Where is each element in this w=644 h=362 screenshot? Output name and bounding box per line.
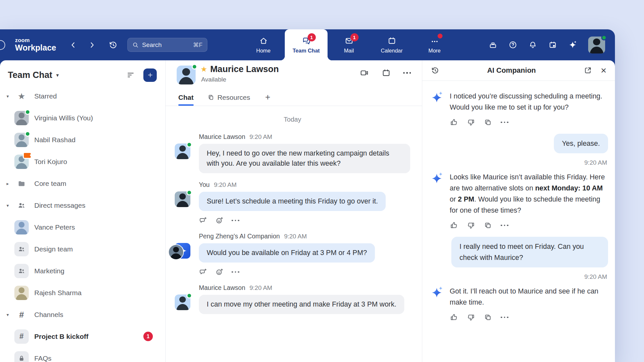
- copy-icon[interactable]: [484, 118, 492, 127]
- thumbs-up-icon[interactable]: [450, 221, 458, 230]
- sidebar-item-virginia-willis[interactable]: Virginia Willis (You): [0, 107, 165, 129]
- schedule-meeting-icon[interactable]: [381, 68, 391, 78]
- nav-tab-calendar[interactable]: Calendar: [370, 29, 413, 60]
- forward-chevron-icon[interactable]: [88, 40, 97, 50]
- open-in-window-icon[interactable]: [584, 66, 592, 75]
- search-input[interactable]: [142, 41, 190, 49]
- in-meeting-camera-icon: [23, 152, 32, 159]
- help-icon[interactable]: [508, 40, 517, 49]
- add-reaction-icon[interactable]: [215, 268, 224, 276]
- tab-chat[interactable]: Chat: [178, 89, 194, 106]
- nav-tab-home[interactable]: Home: [242, 29, 285, 60]
- thumbs-up-icon[interactable]: [450, 313, 458, 322]
- sidebar-folder-core-team[interactable]: ▸ Core team: [0, 173, 165, 194]
- caret-down-icon[interactable]: ▾: [7, 203, 14, 208]
- nav-tab-mail[interactable]: 1 Mail: [328, 29, 370, 60]
- add-reaction-icon[interactable]: [215, 216, 224, 225]
- sidebar-title[interactable]: Team Chat: [8, 70, 52, 80]
- sidebar-item-rajesh-sharma[interactable]: Rajesh Sharma: [0, 282, 165, 304]
- more-actions-icon[interactable]: [501, 313, 508, 322]
- nav-tab-team-chat[interactable]: 1 Team Chat: [285, 29, 328, 60]
- nav-label: Calendar: [381, 48, 403, 54]
- nav-label: Home: [256, 48, 270, 54]
- message-list: Today Maurice Lawson9:20 AM Hey, I need …: [166, 106, 422, 362]
- content-area: Team Chat ▾ ▾ ★ Starred Virginia Willis …: [0, 60, 615, 362]
- presence-online-icon: [25, 131, 30, 137]
- history-icon[interactable]: [108, 40, 118, 50]
- sidebar-channel-faqs[interactable]: FAQs: [0, 347, 165, 362]
- peer-status: Available: [201, 76, 226, 83]
- chevron-down-icon[interactable]: ▾: [56, 72, 59, 78]
- search-shortcut: ⌘F: [193, 41, 202, 49]
- tab-resources[interactable]: Resources: [207, 89, 250, 106]
- search-input-wrap[interactable]: ⌘F: [127, 38, 207, 52]
- more-options-icon[interactable]: [403, 72, 411, 74]
- avatar: [14, 286, 29, 300]
- caret-right-icon[interactable]: ▸: [7, 181, 14, 186]
- thumbs-up-icon[interactable]: [450, 118, 458, 127]
- connect-device-icon[interactable]: [489, 40, 497, 49]
- avatar: [14, 155, 29, 169]
- sidebar-channel-project-b-kickoff[interactable]: # Project B kickoff 1: [0, 325, 165, 347]
- sidebar-item-nabil-rashad[interactable]: Nabil Rashad: [0, 129, 165, 151]
- sender-avatar[interactable]: [175, 294, 190, 310]
- caret-down-icon[interactable]: ▾: [7, 94, 14, 99]
- copy-icon[interactable]: [484, 221, 492, 230]
- hash-icon: #: [19, 310, 24, 319]
- sidebar-section-direct-messages[interactable]: ▾ Direct messages: [0, 194, 165, 216]
- ai-message-text: Looks like Maurice isn’t available this …: [450, 172, 608, 216]
- more-actions-icon[interactable]: [232, 216, 239, 225]
- more-actions-icon[interactable]: [501, 221, 508, 230]
- peer-avatar[interactable]: [177, 66, 196, 84]
- logo-line1: zoom: [15, 38, 56, 43]
- ai-panel-header: AI Companion ×: [422, 60, 615, 81]
- tab-label: Resources: [217, 94, 250, 101]
- ai-message-text: I noticed you’re discussing scheduling a…: [450, 91, 608, 113]
- history-icon[interactable]: [431, 66, 439, 75]
- ai-message: Got it. I’ll reach out to Maurice and se…: [431, 286, 608, 308]
- home-icon: [259, 36, 268, 45]
- more-actions-icon[interactable]: [232, 268, 239, 276]
- ai-companion-sparkle-icon[interactable]: [568, 40, 577, 49]
- ai-companion-avatar[interactable]: [175, 243, 190, 259]
- nav-tab-more[interactable]: More: [413, 29, 456, 60]
- thumbs-down-icon[interactable]: [467, 118, 475, 127]
- back-chevron-icon[interactable]: [69, 40, 78, 50]
- sidebar-item-tori-kojuro[interactable]: Tori Kojuro: [0, 151, 165, 173]
- chat-message: Maurice Lawson9:20 AM Hey, I need to go …: [175, 133, 410, 173]
- sender-avatar[interactable]: [175, 143, 190, 159]
- private-channel-avatar: [14, 351, 29, 362]
- start-video-meeting-icon[interactable]: [360, 68, 369, 78]
- caret-down-icon[interactable]: ▾: [7, 312, 14, 317]
- sidebar-section-channels[interactable]: ▾ # Channels: [0, 304, 165, 325]
- ai-user-message: I really need to meet on Friday. Can you…: [431, 237, 608, 286]
- thumbs-down-icon[interactable]: [467, 313, 475, 322]
- starred-icon[interactable]: ★: [201, 66, 207, 73]
- sender-name: Maurice Lawson: [199, 133, 245, 140]
- reply-in-thread-icon[interactable]: [199, 268, 207, 276]
- add-tab-icon[interactable]: +: [265, 92, 270, 102]
- sender-avatar[interactable]: [175, 191, 190, 207]
- schedule-calendar-icon[interactable]: [548, 40, 557, 49]
- close-icon[interactable]: ×: [601, 66, 606, 75]
- sidebar-item-vance-peters[interactable]: Vance Peters: [0, 216, 165, 238]
- ai-sparkle-icon: [431, 91, 444, 104]
- reply-in-thread-icon[interactable]: [199, 216, 207, 225]
- sidebar-section-starred[interactable]: ▾ ★ Starred: [0, 85, 165, 107]
- thumbs-down-icon[interactable]: [467, 221, 475, 230]
- presence-online-icon: [186, 190, 192, 195]
- sidebar-item-marketing[interactable]: Marketing: [0, 260, 165, 282]
- filter-icon[interactable]: [126, 71, 135, 79]
- avatar: [14, 133, 29, 147]
- chat-column: ★ Maurice Lawson Available Chat: [166, 60, 422, 362]
- notifications-bell-icon[interactable]: [528, 40, 537, 49]
- copy-icon[interactable]: [484, 313, 492, 322]
- nav-label: Team Chat: [293, 48, 320, 54]
- app-window: zoom Workplace ⌘F: [0, 29, 615, 362]
- user-avatar[interactable]: [588, 37, 605, 53]
- new-chat-button[interactable]: [143, 68, 157, 82]
- presence-online-icon: [186, 142, 192, 147]
- more-actions-icon[interactable]: [501, 118, 508, 127]
- sidebar-item-design-team[interactable]: Design team: [0, 238, 165, 260]
- folder-label: Core team: [34, 180, 66, 188]
